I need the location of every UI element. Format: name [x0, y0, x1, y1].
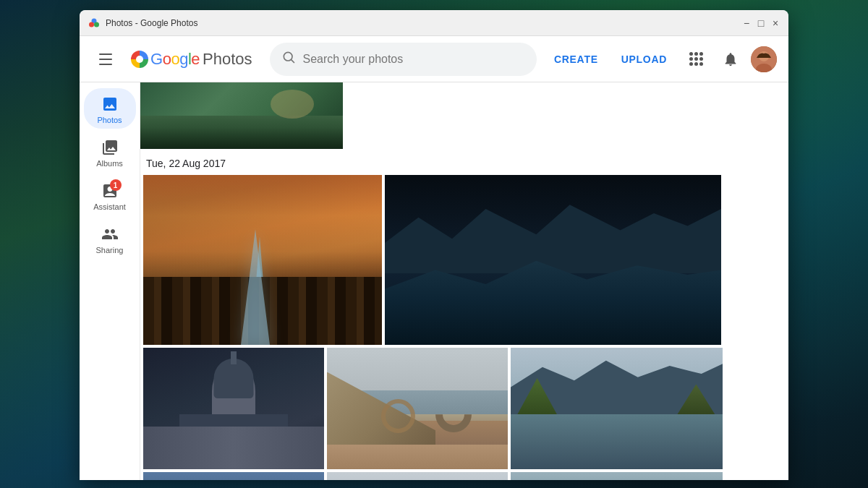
photo-coastal[interactable] — [327, 348, 508, 469]
photo-mountain-moon[interactable] — [385, 175, 721, 345]
coastal-image — [327, 348, 508, 469]
photos-nav-label: Photos — [97, 116, 122, 124]
partial-top-photo[interactable] — [140, 82, 788, 149]
hamburger-line-1 — [99, 53, 112, 55]
assistant-nav-icon: 1 — [100, 181, 120, 201]
grid-dot — [694, 62, 698, 66]
google-apps-button[interactable] — [681, 45, 710, 74]
sidebar-item-albums[interactable]: Albums — [84, 132, 136, 172]
sidebar-item-assistant[interactable]: 1 Assistant — [84, 175, 136, 215]
account-avatar[interactable] — [751, 46, 777, 72]
grid-dot — [699, 62, 703, 66]
svg-point-4 — [284, 52, 292, 61]
photo-row-1 — [143, 175, 786, 345]
avatar-image — [751, 46, 777, 72]
window-controls: − □ × — [742, 19, 780, 27]
photo-misty-water[interactable] — [327, 472, 508, 480]
google-photos-icon — [129, 48, 150, 70]
sharing-nav-icon — [100, 224, 120, 244]
notifications-button[interactable] — [716, 45, 745, 74]
albums-nav-icon — [100, 137, 120, 158]
sidebar: Photos Albums 1 — [80, 82, 140, 480]
minimize-button[interactable]: − — [742, 19, 751, 27]
sidebar-item-sharing[interactable]: Sharing — [84, 218, 136, 259]
sidebar-item-photos[interactable]: Photos — [84, 88, 136, 129]
assistant-badge: 1 — [110, 179, 122, 191]
photo-london-shard[interactable] — [143, 175, 382, 345]
title-bar: Photos - Google Photos − □ × — [80, 10, 788, 36]
photo-mountain-lake[interactable] — [511, 348, 723, 469]
bell-icon — [723, 51, 739, 67]
browser-window: Photos - Google Photos − □ × Google — [80, 10, 788, 480]
photo-rocky-shore[interactable] — [511, 472, 723, 480]
create-button[interactable]: CREATE — [545, 48, 607, 71]
forest-bottom-image — [143, 472, 324, 480]
partial-photo-image — [140, 82, 343, 149]
close-button[interactable]: × — [771, 19, 780, 27]
stpauls-image — [143, 348, 324, 469]
svg-line-5 — [291, 60, 294, 63]
svg-point-3 — [136, 56, 143, 63]
grid-dot — [689, 62, 693, 66]
grid-dot — [694, 52, 698, 56]
search-icon — [281, 50, 296, 68]
mountain-lake-image — [511, 348, 723, 469]
main-layout: Photos Albums 1 — [80, 82, 788, 480]
svg-point-2 — [89, 22, 94, 27]
photos-text: Photos — [203, 50, 252, 69]
svg-point-1 — [94, 22, 99, 27]
content-area[interactable]: Tue, 22 Aug 2017 — [140, 82, 788, 480]
hamburger-line-3 — [99, 64, 112, 65]
browser-favicon — [88, 17, 100, 29]
rocky-shore-image — [511, 472, 723, 480]
date-heading: Tue, 22 Aug 2017 — [140, 149, 788, 175]
grid-dot — [689, 52, 693, 56]
photo-grid — [140, 175, 788, 480]
assistant-nav-label: Assistant — [93, 202, 126, 211]
sharing-nav-label: Sharing — [96, 246, 124, 254]
misty-water-image — [327, 472, 508, 480]
grid-dot — [694, 57, 698, 61]
search-bar[interactable] — [270, 43, 537, 76]
photos-nav-icon — [100, 94, 120, 114]
search-input[interactable] — [303, 53, 525, 66]
london-shard-image — [143, 175, 382, 345]
upload-button[interactable]: UPLOAD — [613, 48, 676, 71]
grid-dots-icon — [689, 52, 703, 66]
grid-dot — [699, 52, 703, 56]
header-actions: CREATE UPLOAD — [545, 45, 777, 74]
grid-dot — [689, 57, 693, 61]
maximize-button[interactable]: □ — [757, 19, 765, 27]
albums-nav-label: Albums — [96, 159, 123, 168]
google-text: Google — [150, 50, 200, 69]
hamburger-line-2 — [99, 59, 112, 60]
app-header: Google Photos CREATE UPLOAD — [80, 36, 788, 82]
photo-row-2 — [143, 348, 786, 469]
photo-forest-bottom[interactable] — [143, 472, 324, 480]
browser-tab-title: Photos - Google Photos — [106, 18, 742, 28]
hamburger-menu-button[interactable] — [91, 45, 120, 74]
mountain-moon-image — [385, 175, 721, 345]
google-photos-logo: Google Photos — [129, 48, 252, 70]
grid-dot — [699, 57, 703, 61]
photo-stpauls[interactable] — [143, 348, 324, 469]
photo-row-3 — [143, 472, 786, 480]
